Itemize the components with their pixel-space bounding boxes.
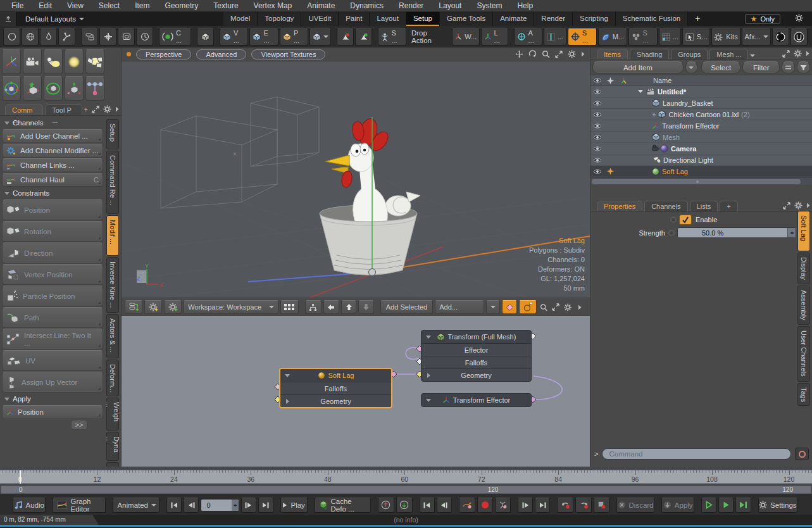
properties-vtab-tags[interactable]: Tags [797,383,810,406]
toolbar-foundry-button[interactable] [772,28,789,46]
nav-up-button[interactable] [341,300,356,314]
caret-right-icon[interactable] [806,51,809,56]
item-list-scrollbar[interactable] [590,177,812,185]
layout-tab-layout[interactable]: Layout [370,12,406,26]
uv-button[interactable]: UV [2,350,103,371]
add-item-dropdown[interactable] [685,61,697,73]
prev-frame-key-button[interactable] [437,498,452,513]
caret-right-icon[interactable] [115,106,119,112]
expand-icon[interactable] [92,106,99,113]
schematic-node-soft-lag[interactable]: Soft LagFalloffsGeometry [279,368,392,408]
left-vtab-dyna[interactable]: Dyna ... [106,432,119,461]
expand-icon[interactable] [551,300,561,314]
workspace-dropdown[interactable]: Workspace: Workspace [184,300,278,314]
channel-ring-icon[interactable] [668,230,675,236]
toolbar-cube-gray-button[interactable] [197,28,214,46]
enable-checkbox[interactable] [679,215,692,225]
timeline-range-bar[interactable]: 0 120 120 [1,486,811,494]
play-range-button[interactable] [735,498,751,513]
left-vtab-deform[interactable]: Deform... [106,360,119,396]
filter-button[interactable]: Filter [742,61,780,73]
item-row-camera[interactable]: Camera [590,143,812,154]
toolbar-axis-red-button[interactable]: W... [452,28,480,46]
toolbar-actor-button[interactable]: S ... [378,28,406,46]
nav-back-button[interactable] [323,300,339,314]
toolbar-unreal-button[interactable] [790,28,808,46]
node-header[interactable]: Soft Lag [280,369,391,382]
eye-icon[interactable] [590,111,604,118]
left-vtab-actors[interactable]: Actors & ... [106,314,119,358]
toolbar-afx-button[interactable]: Afx... [742,28,771,46]
schematic-node-transform-effector[interactable]: Transform Effector [421,393,532,407]
channel-links-button[interactable]: 12">∞Channel Links ... [2,158,103,172]
apply-button[interactable]: Apply [661,498,694,513]
left-vtab-setup[interactable]: Setup [106,119,119,149]
toolbar-kits-button[interactable]: 0 14 14">Kits [711,28,740,46]
gear-icon[interactable] [568,50,576,58]
toolbar-ellipse-button[interactable] [3,28,20,46]
left-vtab-modif[interactable]: Modif ... [106,215,119,256]
eye-icon[interactable] [590,134,604,141]
eye-icon[interactable] [590,100,604,106]
properties-vtab-soft-lag[interactable]: Soft Lag [797,211,810,251]
tool-gimbal-button[interactable] [2,76,21,101]
playhead[interactable] [20,470,21,484]
scrollbar-thumb[interactable] [592,179,801,184]
time-up-button[interactable] [378,498,394,513]
tool-move-tool-button[interactable] [23,76,42,101]
section-header-constraints[interactable]: Constraints [0,187,105,199]
play-preview-button[interactable] [701,498,716,513]
go-last-button[interactable] [258,498,273,513]
anim-behavior-button[interactable]: Animated [113,498,159,513]
tool-ik-chain-button[interactable] [85,76,104,101]
command-history-button[interactable] [795,448,809,460]
toolbar-grid-button[interactable]: ... [659,28,681,46]
item-row-transform-effector[interactable]: Transform Effector [590,120,812,132]
properties-tab-lists[interactable]: Lists [690,201,718,211]
toolbar-center-sphere-button[interactable]: C ... [159,28,191,46]
position-button[interactable]: Position [2,405,103,419]
expand-icon[interactable] [555,51,563,58]
timeline-ruler[interactable]: 01224364860728496108120 [0,470,812,484]
eye-icon[interactable] [590,146,604,152]
toolbar-split-button[interactable]: ... [544,28,566,46]
caret-right-icon[interactable] [581,51,585,57]
ws-node-add-button[interactable] [125,300,142,314]
path-button[interactable]: Path [2,307,103,328]
strength-field[interactable]: 50.0 % ◂▸ [677,227,796,238]
ws-gear-add-button[interactable]: 0 14 14"> [144,300,162,314]
record-button[interactable] [477,498,493,513]
hierarchy-button[interactable] [305,300,322,314]
menu-render[interactable]: Render [391,0,431,12]
left-vtab-inverse-kine[interactable]: Inverse Kine ... [106,257,119,313]
toolbar-cube-orange-button[interactable]: P ... [280,28,308,46]
toolbar-cube-blue-button[interactable]: E ... [249,28,278,46]
left-vtab-command-re[interactable]: Command Re ... [106,151,119,214]
orbit-icon[interactable] [528,50,537,58]
assign-up-vector-button[interactable]: Assign Up Vector [2,372,103,393]
time-down-button[interactable] [396,498,413,513]
layout-tab-render[interactable]: Render [534,12,573,26]
play-green-button[interactable] [718,498,734,513]
step-back-button[interactable] [184,498,199,513]
menu-vertex-map[interactable]: Vertex Map [246,0,300,12]
layout-tab-setup[interactable]: Setup [406,12,440,26]
viewport-tab-perspective[interactable]: Perspective [136,49,191,60]
layout-tab-uvedit[interactable]: UVEdit [301,12,339,26]
vertex-position-button[interactable]: Vertex Position [2,264,103,285]
menu-view[interactable]: View [59,0,91,12]
cache-deformers-button[interactable]: Cache Defo ... [315,498,371,513]
3d-viewport[interactable]: PerspectiveAdvancedViewport Textures × [122,47,590,298]
section-header-apply[interactable]: Apply [0,393,105,405]
item-row-laundry-basket[interactable]: Laundry_Basket [590,97,812,109]
tool-handle[interactable] [369,269,376,276]
menu-select[interactable]: Select [91,0,127,12]
nav-down-button[interactable] [358,300,373,314]
left-vtab-weigh[interactable]: Weigh ... [106,398,119,431]
toolbar-cube-blue-button[interactable]: V ... [220,28,248,46]
node-header[interactable]: Transform (Full Mesh) [422,330,531,343]
menu-geometry[interactable]: Geometry [158,0,206,12]
palette-tab-tool-p[interactable]: Tool P ... [45,104,82,115]
undo-key-button[interactable] [557,498,573,513]
move-cross-icon[interactable] [515,50,523,58]
